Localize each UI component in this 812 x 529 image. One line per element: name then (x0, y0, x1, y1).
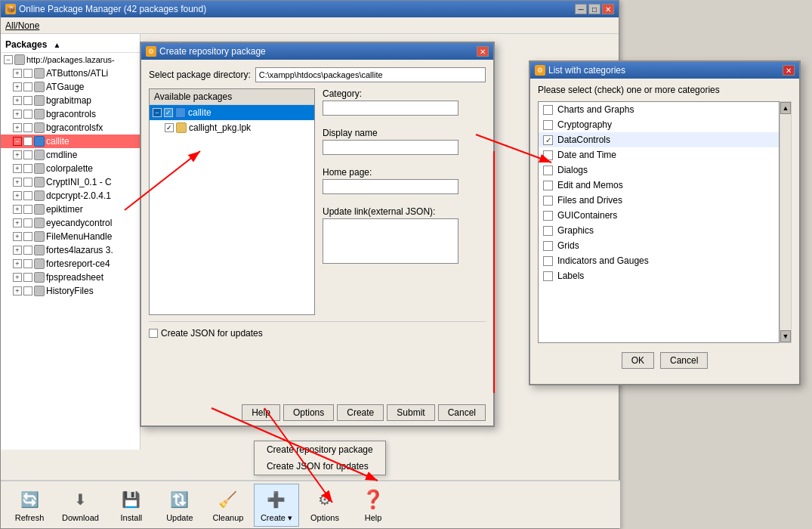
list-item[interactable]: + ATGauge (1, 80, 140, 94)
cat-item[interactable]: DataControls (539, 132, 779, 147)
pkg-tree-callite[interactable]: − callite (150, 105, 314, 120)
cat-item[interactable]: Edit and Memos (539, 178, 779, 193)
install-button[interactable]: 💾 Install (109, 484, 154, 526)
pkg-checkbox[interactable] (23, 246, 32, 255)
expander-item[interactable]: + (13, 286, 22, 295)
pkg-tree-callight[interactable]: callight_pkg.lpk (150, 120, 314, 135)
pkg-checkbox[interactable] (23, 232, 32, 241)
pkg-checkbox[interactable] (23, 150, 32, 159)
list-item[interactable]: + FileMenuHandle (1, 230, 140, 243)
expander-item[interactable]: + (13, 232, 22, 241)
pkg-checkbox[interactable] (23, 110, 32, 119)
cat-item[interactable]: Charts and Graphs (539, 102, 779, 117)
cat-item[interactable]: Date and Time (539, 147, 779, 162)
expander-item[interactable]: + (13, 205, 22, 214)
help-button[interactable]: ❓ Help (350, 484, 396, 526)
expander-item[interactable]: + (13, 218, 22, 227)
callite-item[interactable]: − callite (1, 135, 140, 148)
pkg-checkbox[interactable] (23, 69, 32, 78)
cat-item[interactable]: Cryptography (539, 117, 779, 132)
cat-checkbox[interactable] (543, 241, 553, 251)
pkg-checkbox[interactable] (23, 137, 32, 146)
expander-item[interactable]: + (13, 164, 22, 173)
cat-graphics-item[interactable]: Graphics (539, 223, 779, 238)
pkg-checkbox[interactable] (23, 259, 32, 268)
expander-item[interactable]: + (13, 259, 22, 268)
expander-item[interactable]: + (13, 69, 22, 78)
create-json-checkbox[interactable] (149, 329, 158, 338)
pkg-checkbox[interactable] (23, 96, 32, 105)
dialog-submit-button[interactable]: Submit (387, 404, 434, 421)
list-item[interactable]: + HistoryFiles (1, 284, 140, 298)
dialog-close-button[interactable]: ✕ (477, 46, 489, 57)
pkg-checkbox[interactable] (23, 178, 32, 187)
list-item[interactable]: + fortes4lazarus 3. (1, 243, 140, 257)
scroll-down[interactable]: ▼ (780, 330, 791, 342)
list-item[interactable]: + bgracontrols (1, 107, 140, 121)
cat-item[interactable]: Indicators and Gauges (539, 253, 779, 268)
pkg-checkbox[interactable] (23, 286, 32, 295)
close-button[interactable]: ✕ (602, 4, 614, 14)
callite-checkbox[interactable] (164, 108, 173, 117)
dialog-create-button[interactable]: Create (337, 404, 384, 421)
dialog-help-button[interactable]: Help (242, 404, 280, 421)
pkg-checkbox[interactable] (23, 123, 32, 132)
callight-checkbox[interactable] (165, 123, 174, 132)
dialog-options-button[interactable]: Options (283, 404, 334, 421)
expander-item[interactable]: + (13, 82, 22, 91)
dialog-cancel-button[interactable]: Cancel (438, 404, 486, 421)
expander-item[interactable]: + (13, 273, 22, 282)
list-item[interactable]: + bgracontrolsfx (1, 121, 140, 135)
tree-root[interactable]: − http://packages.lazarus- (1, 53, 140, 67)
select-dir-input[interactable] (255, 67, 486, 82)
list-item[interactable]: + dcpcrypt-2.0.4.1 (1, 189, 140, 203)
cleanup-button[interactable]: 🧹 Cleanup (205, 484, 251, 526)
scroll-up[interactable]: ▲ (780, 102, 791, 114)
categories-cancel-button[interactable]: Cancel (660, 352, 708, 369)
cat-checkbox[interactable] (543, 120, 553, 130)
scrollbar[interactable]: ▲ ▼ (780, 101, 792, 343)
list-item[interactable]: + epiktimer (1, 203, 140, 216)
list-item[interactable]: + ATButtons/ATLi (1, 67, 140, 80)
categories-ok-button[interactable]: OK (622, 352, 654, 369)
cat-checkbox[interactable] (543, 196, 553, 206)
minimize-button[interactable]: ─ (575, 4, 587, 14)
pkg-checkbox[interactable] (23, 218, 32, 227)
expander-item[interactable]: + (13, 123, 22, 132)
list-item[interactable]: + colorpalette (1, 162, 140, 175)
list-item[interactable]: + CryptINI_0.1 - C (1, 175, 140, 189)
homepage-input[interactable] (323, 179, 458, 194)
categories-close-button[interactable]: ✕ (783, 65, 795, 76)
download-button[interactable]: ⬇ Download (55, 484, 106, 526)
refresh-button[interactable]: 🔄 Refresh (7, 484, 52, 526)
allnone-label[interactable]: All/None (5, 20, 39, 31)
list-item[interactable]: + bgrabitmap (1, 94, 140, 107)
cat-checkbox[interactable] (543, 105, 553, 115)
cat-checkbox[interactable] (543, 211, 553, 221)
expander-item[interactable]: + (13, 191, 22, 200)
cat-checkbox[interactable] (543, 166, 553, 175)
cat-item[interactable]: Labels (539, 268, 779, 283)
cat-item[interactable]: GUIContainers (539, 208, 779, 223)
displayname-input[interactable] (323, 140, 458, 155)
expander-item[interactable]: + (13, 178, 22, 187)
pkg-checkbox[interactable] (23, 191, 32, 200)
create-button[interactable]: ➕ Create ▾ (254, 484, 299, 527)
cat-item[interactable]: Grids (539, 238, 779, 253)
callite-expander[interactable]: − (153, 108, 162, 117)
dropdown-create-repo[interactable]: Create repository package (255, 441, 385, 458)
options-button[interactable]: ⚙ Options (302, 484, 347, 526)
expander-item[interactable]: + (13, 110, 22, 119)
list-item[interactable]: + eyecandycontrol (1, 216, 140, 230)
updatelink-input[interactable] (323, 218, 458, 264)
cat-checkbox-graphics[interactable] (543, 226, 553, 236)
cat-checkbox[interactable] (543, 150, 553, 160)
cat-checkbox[interactable] (543, 271, 553, 281)
category-input[interactable] (323, 101, 458, 116)
expander-item[interactable]: + (13, 150, 22, 159)
dropdown-create-json[interactable]: Create JSON for updates (255, 458, 385, 475)
expander-item[interactable]: + (13, 96, 22, 105)
expander-item[interactable]: − (13, 137, 22, 146)
list-item[interactable]: + cmdline (1, 148, 140, 162)
cat-checkbox-datactrls[interactable] (543, 135, 553, 145)
